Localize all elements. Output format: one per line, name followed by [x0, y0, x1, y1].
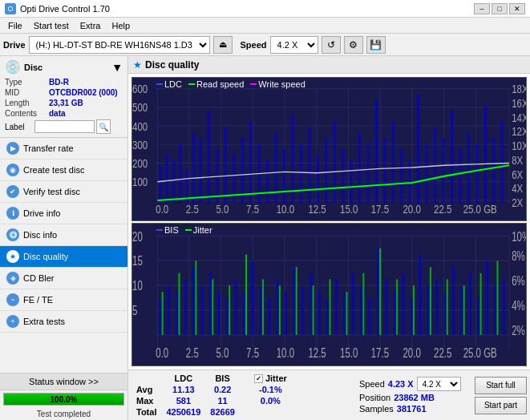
svg-rect-161: [362, 273, 364, 334]
nav-icon-transfer-rate: ▶: [6, 142, 19, 155]
svg-rect-47: [375, 99, 378, 204]
jitter-checkbox-group: ✓ Jitter: [254, 374, 287, 383]
samples-value: 381761: [397, 404, 427, 414]
svg-text:5.0: 5.0: [216, 203, 229, 216]
svg-text:100: 100: [132, 176, 148, 189]
svg-rect-143: [461, 285, 463, 335]
svg-rect-158: [313, 285, 314, 335]
drive-bar: Drive (H:) HL-DT-ST BD-RE WH16NS48 1.D3 …: [0, 34, 530, 56]
disc-expand-btn[interactable]: ▼: [111, 61, 123, 74]
speed-select-stats[interactable]: 4.2 X: [417, 377, 461, 391]
sidebar-item-create-test-disc[interactable]: ◉ Create test disc: [0, 160, 127, 181]
total-empty: [240, 406, 249, 418]
svg-text:6%: 6%: [512, 273, 525, 288]
disc-contents-row: Contents data: [5, 109, 123, 118]
svg-rect-155: [262, 279, 264, 334]
content-area: ★ Disc quality LDC Read speed: [128, 56, 530, 420]
svg-text:8X: 8X: [512, 153, 523, 167]
svg-rect-41: [325, 138, 327, 204]
svg-text:17.5: 17.5: [371, 203, 389, 216]
start-full-button[interactable]: Start full: [475, 377, 527, 394]
eject-button[interactable]: ⏏: [213, 36, 233, 54]
svg-text:14X: 14X: [512, 111, 526, 124]
disc-length-row: Length 23,31 GB: [5, 99, 123, 107]
svg-rect-149: [162, 291, 164, 334]
svg-text:300: 300: [132, 138, 148, 151]
sidebar-item-disc-info[interactable]: 💿 Disc info: [0, 224, 127, 246]
start-buttons: Start full Start part: [475, 377, 527, 414]
total-bis: 82669: [205, 406, 240, 418]
svg-text:2X: 2X: [512, 196, 523, 210]
svg-rect-167: [463, 285, 465, 335]
svg-rect-32: [249, 122, 252, 204]
svg-rect-159: [330, 279, 331, 334]
nav-icon-cd-bler: ◈: [6, 272, 19, 285]
total-ldc: 4250619: [161, 406, 205, 418]
svg-text:25.0 GB: 25.0 GB: [463, 345, 497, 360]
max-jitter: 0.0%: [249, 395, 292, 406]
svg-rect-119: [260, 285, 262, 335]
close-button[interactable]: ✕: [509, 3, 525, 14]
svg-text:2%: 2%: [512, 322, 525, 337]
status-window-btn[interactable]: Status window >>: [0, 374, 127, 390]
speed-select[interactable]: 4.2 X: [270, 36, 318, 54]
legend-bis: BIS: [156, 225, 179, 235]
nav-label-drive-info: Drive info: [23, 208, 60, 218]
svg-rect-148: [503, 279, 505, 334]
minimize-button[interactable]: –: [474, 3, 490, 14]
sidebar-item-fe-te[interactable]: ~ FE / TE: [0, 289, 127, 311]
disc-length-value: 23,31 GB: [49, 99, 83, 107]
stats-header-ldc: LDC: [161, 373, 205, 384]
disc-type-label: Type: [5, 78, 49, 87]
nav-label-transfer-rate: Transfer rate: [23, 143, 74, 153]
svg-text:18X: 18X: [512, 83, 526, 96]
svg-text:2.5: 2.5: [186, 203, 199, 216]
avg-jitter: -0.1%: [249, 384, 292, 395]
svg-rect-134: [385, 279, 387, 334]
start-part-button[interactable]: Start part: [475, 397, 527, 414]
title-bar: O Opti Drive Control 1.70 – □ ✕: [0, 0, 530, 18]
drive-select[interactable]: (H:) HL-DT-ST BD-RE WH16NS48 1.D3: [29, 36, 210, 54]
sidebar-item-disc-quality[interactable]: ★ Disc quality: [0, 246, 127, 268]
save-button[interactable]: 💾: [366, 36, 386, 54]
sidebar-item-transfer-rate[interactable]: ▶ Transfer rate: [0, 138, 127, 160]
maximize-button[interactable]: □: [492, 3, 508, 14]
refresh-button[interactable]: ↺: [322, 36, 341, 54]
sidebar-item-verify-test-disc[interactable]: ✔ Verify test disc: [0, 181, 127, 203]
disc-label-input[interactable]: [34, 120, 95, 133]
sidebar-item-cd-bler[interactable]: ◈ CD Bler: [0, 268, 127, 289]
svg-rect-52: [417, 94, 419, 204]
svg-text:0.0: 0.0: [156, 203, 168, 216]
svg-text:12X: 12X: [512, 125, 526, 139]
legend-ldc: LDC: [156, 79, 182, 89]
menu-file[interactable]: File: [3, 19, 27, 32]
svg-text:22.5: 22.5: [434, 203, 451, 216]
svg-text:20.0: 20.0: [403, 203, 420, 216]
menu-start-test[interactable]: Start test: [29, 19, 74, 32]
svg-rect-139: [427, 285, 430, 335]
disc-label-search-btn[interactable]: 🔍: [96, 119, 111, 134]
nav-icon-drive-info: ℹ: [6, 207, 19, 220]
stats-header-empty: [131, 373, 161, 384]
menu-extra[interactable]: Extra: [75, 19, 106, 32]
sidebar-item-drive-info[interactable]: ℹ Drive info: [0, 203, 127, 224]
nav-label-verify-test-disc: Verify test disc: [23, 187, 80, 196]
sidebar-status-text: Test completed: [0, 408, 127, 420]
svg-text:10.0: 10.0: [277, 345, 294, 360]
samples-label: Samples: [359, 404, 394, 414]
svg-text:7.5: 7.5: [246, 203, 259, 216]
svg-rect-43: [342, 149, 344, 204]
svg-text:600: 600: [132, 83, 148, 96]
main-content: 💿 Disc ▼ Type BD-R MID OTCBDR002 (000) L…: [0, 56, 530, 420]
svg-rect-121: [277, 279, 279, 334]
disc-panel: 💿 Disc ▼ Type BD-R MID OTCBDR002 (000) L…: [0, 56, 127, 138]
jitter-checkbox[interactable]: ✓: [254, 374, 263, 383]
svg-rect-147: [494, 285, 496, 335]
settings-button[interactable]: ⚙: [344, 36, 363, 54]
svg-rect-44: [350, 160, 353, 204]
svg-text:400: 400: [132, 119, 148, 133]
svg-rect-144: [469, 273, 471, 334]
svg-text:17.5: 17.5: [371, 345, 389, 360]
menu-help[interactable]: Help: [107, 19, 135, 32]
sidebar-item-extra-tests[interactable]: + Extra tests: [0, 311, 127, 333]
